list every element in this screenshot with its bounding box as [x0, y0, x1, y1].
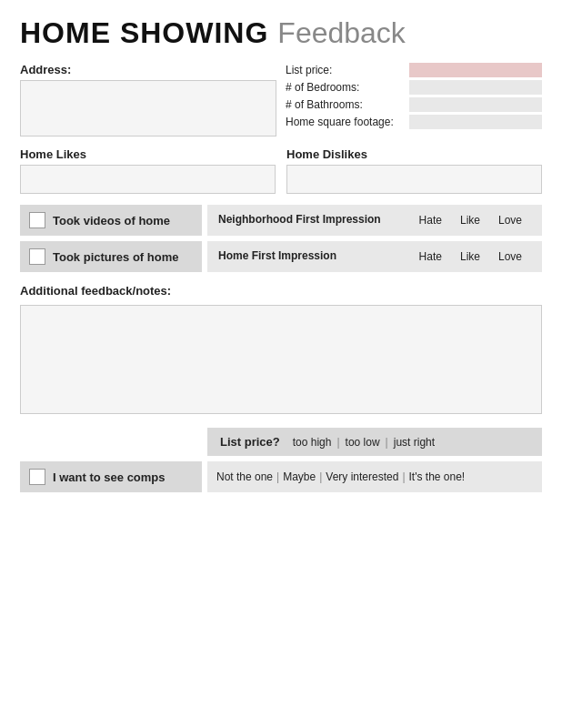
neighborhood-hate-btn[interactable]: Hate: [410, 212, 451, 228]
list-price-value[interactable]: [409, 63, 542, 77]
cb-label-videos: Took videos of home: [53, 214, 170, 228]
checkbox-comps[interactable]: [29, 469, 45, 485]
bathrooms-value[interactable]: [409, 97, 542, 112]
home-hate-btn[interactable]: Hate: [410, 248, 451, 265]
comps-left[interactable]: I want to see comps: [20, 461, 202, 492]
footage-label: Home square footage:: [286, 116, 404, 128]
likes-label: Home Likes: [20, 147, 276, 161]
likes-textarea[interactable]: [20, 165, 276, 194]
separator-4: |: [319, 470, 322, 483]
its-the-one-option[interactable]: It's the one!: [409, 470, 466, 483]
address-input[interactable]: [20, 80, 276, 136]
not-the-one-option[interactable]: Not the one: [216, 470, 273, 483]
footage-value[interactable]: [409, 115, 542, 129]
home-impression-label: Home First Impression: [218, 249, 410, 264]
bedrooms-value[interactable]: [409, 80, 542, 95]
home-love-btn[interactable]: Love: [489, 248, 531, 265]
list-price-info-label: List price:: [286, 64, 404, 76]
cb-left-pictures[interactable]: Took pictures of home: [20, 241, 202, 272]
very-interested-option[interactable]: Very interested: [326, 470, 398, 483]
just-right-option[interactable]: just right: [394, 436, 435, 449]
cb-label-pictures: Took pictures of home: [53, 250, 178, 264]
comps-right: Not the one | Maybe | Very interested | …: [207, 461, 542, 492]
separator-3: |: [276, 470, 279, 483]
cb-left-videos[interactable]: Took videos of home: [20, 205, 202, 236]
bedrooms-label: # of Bedrooms:: [286, 81, 404, 94]
neighborhood-love-btn[interactable]: Love: [489, 212, 531, 228]
checkbox-pictures[interactable]: [29, 248, 45, 265]
header-bold: HOME SHOWING: [20, 16, 268, 50]
additional-textarea[interactable]: [20, 305, 542, 414]
neighborhood-like-btn[interactable]: Like: [451, 212, 489, 228]
maybe-option[interactable]: Maybe: [283, 470, 316, 483]
address-label: Address:: [20, 63, 276, 76]
header-light: Feedback: [277, 16, 406, 50]
dislikes-label: Home Dislikes: [286, 147, 542, 161]
bottom-section: List price? too high | too low | just ri…: [20, 428, 542, 492]
checkbox-row-videos: Took videos of home Neighborhood First I…: [20, 205, 542, 236]
checkbox-videos[interactable]: [29, 212, 45, 228]
comps-row: I want to see comps Not the one | Maybe …: [20, 461, 542, 492]
too-low-option[interactable]: too low: [346, 436, 380, 449]
home-like-btn[interactable]: Like: [451, 248, 489, 265]
neighborhood-impression-label: Neighborhood First Impression: [218, 213, 410, 228]
dislikes-textarea[interactable]: [286, 165, 542, 194]
list-price-question-label: List price?: [220, 435, 280, 449]
cb-right-neighborhood: Neighborhood First Impression Hate Like …: [207, 205, 542, 236]
cb-right-home-impression: Home First Impression Hate Like Love: [207, 241, 542, 272]
additional-label: Additional feedback/notes:: [20, 283, 542, 299]
comps-label: I want to see comps: [53, 470, 166, 484]
separator-2: |: [386, 436, 388, 449]
bathrooms-label: # of Bathrooms:: [286, 98, 404, 111]
checkbox-rows: Took videos of home Neighborhood First I…: [20, 205, 542, 272]
separator-5: |: [402, 470, 405, 483]
list-price-row: List price? too high | too low | just ri…: [207, 428, 542, 456]
too-high-option[interactable]: too high: [293, 436, 332, 449]
header: HOME SHOWING Feedback: [20, 16, 542, 50]
checkbox-row-pictures: Took pictures of home Home First Impress…: [20, 241, 542, 272]
separator-1: |: [336, 436, 339, 449]
